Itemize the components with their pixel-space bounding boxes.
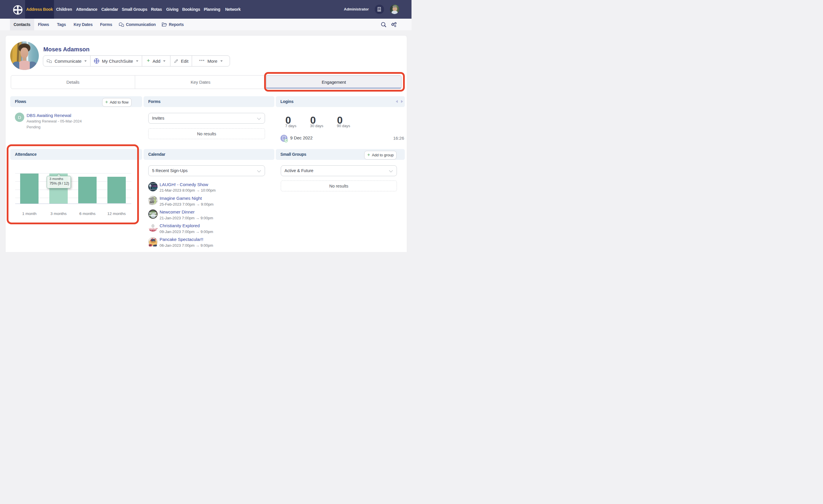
svg-text:ma: ma	[154, 198, 156, 200]
svg-text:GO: GO	[150, 200, 154, 204]
svg-text:CHRISTIANITY|EXPLORED: CHRISTIANITY|EXPLORED	[149, 228, 158, 229]
svg-text:Comedy: Comedy	[151, 184, 158, 187]
svg-text:DINNER: DINNER	[149, 214, 157, 217]
svg-text:I'VE EVER HEAR: I'VE EVER HEAR	[151, 231, 157, 232]
svg-text:SHOW: SHOW	[152, 187, 158, 189]
